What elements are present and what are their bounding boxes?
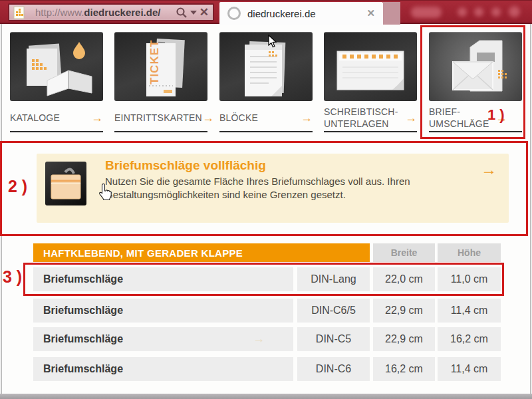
window-bottom-bar xyxy=(0,394,532,399)
product-format: DIN-C6/5 xyxy=(297,299,370,323)
tile-underline xyxy=(10,131,103,132)
table-row-din-lang[interactable]: Briefumschläge DIN-Lang 22,0 cm 11,0 cm xyxy=(33,267,501,291)
product-breite: 16,2 cm xyxy=(373,357,435,381)
toolbar-blurred-button xyxy=(411,7,442,18)
nav-label-bloecke: BLÖCKE xyxy=(219,112,258,124)
column-header-hoehe: Höhe xyxy=(438,243,501,262)
url-text[interactable]: http://www.diedruckerei.de/ xyxy=(35,7,176,18)
tickets-icon: TICKET xyxy=(114,33,207,102)
envelope-thumb-icon xyxy=(45,162,86,205)
tab-close-icon[interactable]: ✕ xyxy=(366,7,375,19)
product-format: DIN-C5 xyxy=(297,327,370,351)
table-row-din-c65[interactable]: Briefumschläge DIN-C6/5 22,9 cm 11,4 cm xyxy=(33,299,501,323)
product-name: Briefumschläge xyxy=(33,357,293,381)
table-row-din-c6[interactable]: Briefumschläge DIN-C6 16,2 cm 11,4 cm xyxy=(33,357,501,381)
annotation-label-2: 2 ) xyxy=(8,177,27,196)
tile-underline xyxy=(429,131,522,132)
product-breite: 22,9 cm xyxy=(373,327,435,351)
search-engine-caret-icon[interactable] xyxy=(190,11,197,15)
nav-tile-eintrittskarten[interactable]: TICKET EINTRITTSKARTEN → xyxy=(114,28,207,134)
mouse-arrow-cursor xyxy=(268,35,277,49)
tile-underline xyxy=(219,131,313,132)
bloecke-image xyxy=(219,32,313,101)
arrow-right-icon: → xyxy=(495,111,507,125)
catalogs-icon xyxy=(10,33,103,102)
notepads-icon xyxy=(219,33,313,102)
arrow-right-icon: → xyxy=(301,111,313,125)
nav-label-schreibtisch-unterlagen: SCHREIBTISCH-UNTERLAGEN xyxy=(324,106,405,130)
window-border-left xyxy=(1,24,2,394)
arrow-right-icon: → xyxy=(202,111,214,125)
new-tab-button[interactable] xyxy=(383,2,400,25)
table-header-row: HAFTKLEBEND, MIT GERADER KLAPPE Breite H… xyxy=(33,243,501,262)
banner-thumbnail xyxy=(45,162,86,205)
nav-label-kataloge: KATALOGE xyxy=(10,112,60,124)
banner-text-line2: Gestaltungsmöglichkeiten sind keine Gren… xyxy=(105,189,346,200)
toolbar-blurred-icon xyxy=(458,7,467,17)
banner-title[interactable]: Briefumschläge vollflächig xyxy=(105,158,266,173)
deskpad-icon xyxy=(324,33,417,102)
toolbar-blurred-icon xyxy=(491,7,501,17)
column-header-breite: Breite xyxy=(373,243,435,262)
product-breite: 22,9 cm xyxy=(373,299,435,323)
clear-url-icon[interactable]: ✕ xyxy=(200,7,209,18)
browser-tab[interactable]: diedruckerei.de ✕ xyxy=(219,2,383,25)
product-hoehe: 16,2 cm xyxy=(438,327,501,351)
mouse-hand-cursor xyxy=(97,184,112,201)
product-hoehe: 11,4 cm xyxy=(438,299,501,323)
nav-tile-bloecke[interactable]: BLÖCKE → xyxy=(219,28,313,134)
nav-label-eintrittskarten: EINTRITTSKARTEN xyxy=(114,112,202,124)
url-bar[interactable]: http://www.diedruckerei.de/ ✕ xyxy=(8,3,214,21)
arrow-right-icon[interactable]: → xyxy=(481,160,497,179)
schreibtisch-unterlagen-image xyxy=(324,32,417,101)
nav-tile-schreibtisch-unterlagen[interactable]: SCHREIBTISCH-UNTERLAGEN → xyxy=(324,28,417,134)
product-breite: 22,0 cm xyxy=(373,267,435,291)
browser-chrome: http://www.diedruckerei.de/ ✕ diedrucker… xyxy=(0,0,532,24)
toolbar-blurred-icon xyxy=(509,6,520,17)
brief-umschlaege-image xyxy=(429,32,522,101)
annotation-label-3: 3 ) xyxy=(3,267,22,287)
toolbar-blurred-icon xyxy=(474,7,483,17)
product-name: Briefumschläge xyxy=(33,267,293,291)
product-format: DIN-Lang xyxy=(297,267,370,291)
tab-loading-icon xyxy=(227,7,241,20)
tile-underline xyxy=(114,131,207,132)
arrow-right-icon: → xyxy=(405,111,417,125)
product-name: Briefumschläge xyxy=(33,299,293,323)
search-icon[interactable] xyxy=(176,7,188,19)
url-prefix: http://www. xyxy=(35,7,84,18)
product-hoehe: 11,0 cm xyxy=(438,267,501,291)
eintrittskarten-image: TICKET xyxy=(114,32,207,101)
row-hover-arrow-icon: → xyxy=(253,332,265,346)
site-favicon-icon xyxy=(13,6,26,19)
arrow-right-icon: → xyxy=(91,111,103,125)
envelopes-icon xyxy=(429,33,522,102)
tab-title: diedruckerei.de xyxy=(247,8,366,19)
url-domain: diedruckerei.de/ xyxy=(84,7,160,18)
table-row-din-c5[interactable]: Briefumschläge → DIN-C5 22,9 cm 16,2 cm xyxy=(33,327,501,351)
product-format: DIN-C6 xyxy=(297,357,370,381)
ticket-icon-text: TICKET xyxy=(148,40,161,84)
table-title: HAFTKLEBEND, MIT GERADER KLAPPE xyxy=(33,243,370,262)
tile-underline xyxy=(324,131,417,132)
window-border-right xyxy=(530,24,531,394)
nav-tile-kataloge[interactable]: KATALOGE → xyxy=(10,28,103,134)
banner-text-line1: Nutzen Sie die gesamte Fläche Ihres Brie… xyxy=(105,176,410,187)
kataloge-image xyxy=(10,32,103,101)
product-hoehe: 11,4 cm xyxy=(438,357,501,381)
nav-tile-brief-umschlaege[interactable]: BRIEF-UMSCHLÄGE → xyxy=(429,28,522,134)
